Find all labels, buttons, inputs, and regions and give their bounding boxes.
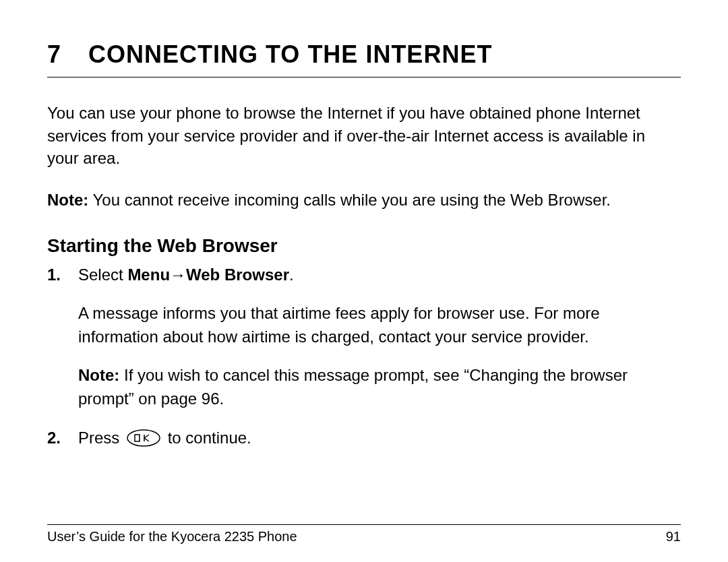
select-text: Select [78,266,127,284]
step-1: 1. Select Menu → Web Browser. A message … [47,263,681,410]
chapter-heading: 7 Connecting to the Internet [47,40,681,77]
step-1-para-2: A message informs you that airtime fees … [78,302,681,349]
page-footer: User’s Guide for the Kyocera 2235 Phone … [47,524,681,544]
step-number: 2. [47,427,78,450]
arrow-icon: → [170,263,186,287]
step-number: 1. [47,263,78,410]
step-2: 2. Press to continue. [47,427,681,450]
menu-word: Menu [127,266,170,284]
ok-key-icon [127,429,160,447]
step-list: 1. Select Menu → Web Browser. A message … [47,263,681,450]
step-note-label: Note: [78,366,119,384]
menu-target: Web Browser [186,266,289,284]
section-heading: Starting the Web Browser [47,235,681,257]
chapter-title: Connecting to the Internet [88,40,492,69]
note-text: You cannot receive incoming calls while … [88,191,611,209]
period: . [289,266,294,284]
footer-left: User’s Guide for the Kyocera 2235 Phone [47,529,297,544]
step-note-text: If you wish to cancel this message promp… [78,366,628,408]
step-2-line: Press to continue. [78,427,681,450]
intro-paragraph: You can use your phone to browse the Int… [47,102,681,170]
step-1-note: Note: If you wish to cancel this message… [78,364,681,411]
continue-text: to continue. [163,429,251,447]
svg-rect-1 [135,435,140,441]
press-text: Press [78,429,124,447]
step-body: Select Menu → Web Browser. A message inf… [78,263,681,410]
chapter-number: 7 [47,40,61,69]
footer-page-number: 91 [666,529,681,544]
note-label: Note: [47,191,88,209]
note-paragraph: Note: You cannot receive incoming calls … [47,189,681,212]
step-body: Press to continue. [78,427,681,450]
step-1-line-1: Select Menu → Web Browser. [78,263,681,287]
svg-point-0 [127,430,160,446]
